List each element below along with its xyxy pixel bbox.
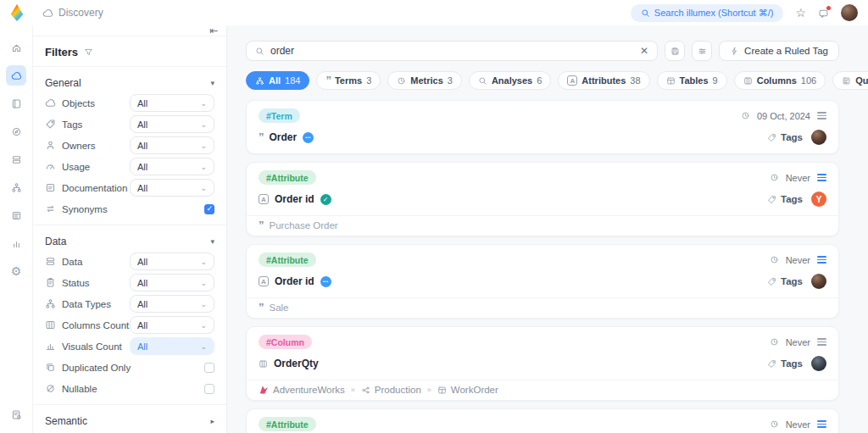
quote-icon: ”	[259, 134, 264, 141]
nullable-checkbox[interactable]	[204, 384, 214, 394]
breadcrumb-source[interactable]: AdventureWorks	[259, 385, 345, 395]
documentation-select[interactable]: All⌄	[130, 179, 214, 197]
tags-button[interactable]: Tags	[767, 276, 803, 286]
menu-icon[interactable]	[817, 112, 826, 119]
tab-tables[interactable]: Tables9	[657, 71, 727, 90]
breadcrumb: AdventureWorks » Production » WorkOrder	[259, 385, 498, 395]
status-select[interactable]: All⌄	[130, 274, 214, 291]
tab-all[interactable]: All184	[246, 71, 309, 90]
select-value: All	[137, 320, 147, 330]
related-term[interactable]: ” Purchase Order	[247, 215, 838, 236]
usage-select[interactable]: All⌄	[130, 158, 214, 175]
chevron-down-icon: ⌄	[200, 342, 207, 351]
funnel-icon[interactable]	[84, 47, 93, 57]
messages-icon[interactable]	[818, 8, 829, 19]
illumex-logo[interactable]	[10, 4, 24, 21]
result-title[interactable]: Order	[270, 131, 298, 143]
rail-explore[interactable]	[6, 121, 26, 142]
share-nodes-icon	[361, 386, 370, 395]
tags-label: Tags	[781, 132, 803, 142]
filter-row-nullable: Nullable	[45, 378, 214, 399]
tags-select[interactable]: All⌄	[130, 115, 214, 133]
result-card-attribute-orderid-1[interactable]: #Attribute Never A Order id	[246, 162, 839, 236]
tab-analyses[interactable]: Analyses6	[469, 71, 551, 90]
breadcrumb-schema[interactable]: Production	[361, 385, 421, 395]
result-title[interactable]: Order id	[275, 193, 314, 205]
rail-reports[interactable]	[6, 404, 26, 425]
tab-columns[interactable]: Columns106	[734, 71, 826, 90]
filter-label: Data	[62, 257, 82, 267]
history-clock-icon	[741, 111, 750, 120]
tags-label: Tags	[781, 358, 803, 369]
owner-avatar[interactable]: Y	[811, 192, 826, 207]
filter-label: Nullable	[62, 384, 97, 394]
compass-icon	[11, 126, 22, 137]
tab-count: 9	[713, 75, 718, 86]
gear-icon: ⚙	[11, 265, 22, 277]
cloud-icon	[45, 97, 56, 108]
tab-count: 3	[448, 75, 453, 86]
section-header-semantic[interactable]: Semantic ▸	[45, 412, 214, 430]
rail-library[interactable]	[6, 93, 26, 114]
related-term[interactable]: ” Sale	[247, 297, 838, 318]
result-title[interactable]: OrderQty	[274, 358, 319, 369]
collapse-panel-icon[interactable]: ⇤	[209, 25, 218, 36]
duplicated-only-checkbox[interactable]	[204, 363, 214, 373]
tags-button[interactable]: Tags	[767, 194, 803, 204]
user-avatar[interactable]	[841, 4, 858, 21]
result-card-attribute-orderqty[interactable]: #Attribute Never A OrderQty	[246, 408, 839, 433]
tab-terms[interactable]: ” Terms3	[316, 71, 381, 90]
breadcrumb-table[interactable]: WorkOrder	[437, 385, 498, 395]
tab-queries[interactable]: Queries17	[832, 71, 868, 90]
owner-avatar[interactable]	[811, 356, 826, 371]
menu-icon[interactable]	[817, 256, 826, 263]
create-ruled-tag-button[interactable]: Create a Ruled Tag	[719, 41, 839, 61]
star-icon[interactable]: ☆	[795, 7, 806, 19]
owner-avatar[interactable]	[811, 274, 826, 289]
data-types-select[interactable]: All⌄	[130, 295, 214, 313]
search-input[interactable]	[270, 45, 634, 57]
section-header-data[interactable]: Data ▾	[45, 232, 214, 251]
menu-icon[interactable]	[817, 174, 826, 180]
data-select[interactable]: All⌄	[130, 253, 214, 270]
section-header-general[interactable]: General ▾	[45, 74, 214, 92]
result-card-attribute-orderid-2[interactable]: #Attribute Never A Order id	[246, 244, 839, 319]
save-search-button[interactable]	[665, 41, 685, 61]
owners-select[interactable]: All⌄	[130, 136, 214, 154]
app-title: Discovery	[42, 7, 103, 19]
columns-count-select[interactable]: All⌄	[130, 316, 214, 334]
rail-datasets[interactable]	[6, 149, 26, 169]
menu-icon[interactable]	[817, 420, 826, 427]
tags-button[interactable]: Tags	[767, 132, 803, 142]
synonyms-checkbox[interactable]	[204, 204, 214, 214]
filter-row-usage: Usage All⌄	[45, 156, 214, 177]
rail-settings[interactable]: ⚙	[6, 261, 26, 281]
tags-button[interactable]: Tags	[767, 358, 803, 369]
sitemap-icon	[11, 182, 22, 193]
menu-icon[interactable]	[817, 338, 826, 345]
rail-analytics[interactable]	[6, 233, 26, 253]
result-card-column-orderqty[interactable]: #Column Never OrderQty	[246, 326, 839, 401]
section-label: Semantic	[45, 415, 87, 427]
result-title[interactable]: Order id	[275, 275, 314, 287]
rows-icon	[45, 256, 56, 267]
related-term-label: Sale	[270, 303, 289, 313]
owner-avatar[interactable]	[811, 130, 826, 145]
select-value: All	[137, 299, 147, 309]
objects-select[interactable]: All⌄	[130, 94, 214, 112]
global-search-button[interactable]: Search illumex (Shortcut ⌘/)	[631, 4, 784, 22]
rail-discovery[interactable]	[6, 65, 26, 86]
select-value: All	[137, 98, 147, 108]
result-type-tabs: All184 ” Terms3 Metrics3 Analyses6 A Att…	[246, 71, 839, 90]
clear-search-icon[interactable]: ✕	[640, 45, 648, 57]
rail-lineage[interactable]	[6, 177, 26, 197]
rail-home[interactable]	[6, 37, 26, 58]
visuals-count-select[interactable]: All⌄	[130, 337, 214, 355]
tab-attributes[interactable]: A Attributes38	[558, 71, 649, 90]
display-settings-button[interactable]	[692, 41, 712, 61]
history-clock-icon	[770, 419, 779, 429]
tab-metrics[interactable]: Metrics3	[387, 71, 462, 90]
person-icon	[45, 140, 56, 151]
result-card-term-order[interactable]: #Term 09 Oct, 2024 ” Order	[246, 100, 839, 154]
rail-queries[interactable]	[6, 205, 26, 225]
